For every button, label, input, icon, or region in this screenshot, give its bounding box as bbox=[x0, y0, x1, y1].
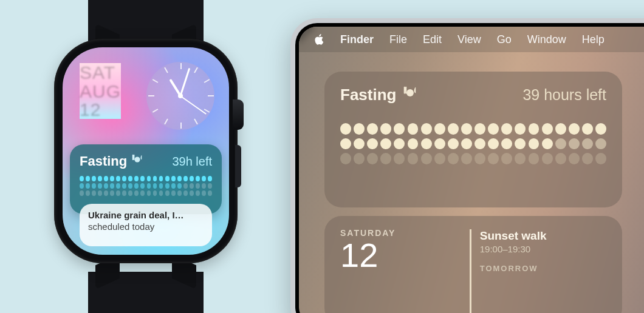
fasting-title-ipad: Fasting bbox=[340, 86, 396, 104]
watch-date: SAT AUG 12 bbox=[80, 63, 121, 119]
watch-month: AUG bbox=[80, 82, 121, 101]
tomorrow-label: TOMORROW bbox=[480, 264, 606, 273]
apple-watch: SAT AUG 12 Fasting bbox=[47, 0, 245, 313]
news-headline: Ukraine grain deal, I… bbox=[88, 210, 204, 221]
event-time: 19:00–19:30 bbox=[480, 244, 606, 254]
menu-help[interactable]: Help bbox=[582, 33, 605, 46]
ipad-screen[interactable]: Finder File Edit View Go Window Help Fas… bbox=[299, 27, 644, 313]
event-title: Sunset walk bbox=[480, 229, 606, 243]
svg-point-1 bbox=[406, 89, 414, 96]
fasting-title-watch: Fasting bbox=[80, 153, 127, 169]
watch-dow: SAT bbox=[80, 63, 121, 82]
menu-go[interactable]: Go bbox=[497, 33, 512, 46]
watch-case: SAT AUG 12 Fasting bbox=[54, 39, 238, 263]
menu-edit[interactable]: Edit bbox=[423, 33, 442, 46]
menu-view[interactable]: View bbox=[457, 33, 481, 46]
news-peek-card[interactable]: Ukraine grain deal, I… scheduled today bbox=[80, 204, 212, 246]
plate-utensils-icon bbox=[402, 85, 418, 105]
news-subline: scheduled today bbox=[88, 221, 204, 233]
fasting-progress-dots-ipad bbox=[340, 123, 606, 164]
ipad-device: Finder File Edit View Go Window Help Fas… bbox=[290, 18, 644, 313]
menu-file[interactable]: File bbox=[389, 33, 407, 46]
fasting-time-left-ipad: 39 hours left bbox=[522, 86, 606, 104]
calendar-day-number: 12 bbox=[340, 238, 457, 274]
fasting-progress-dots-watch bbox=[80, 176, 212, 196]
menu-app-name[interactable]: Finder bbox=[340, 33, 374, 46]
menu-bar: Finder File Edit View Go Window Help bbox=[299, 27, 644, 52]
digital-crown[interactable] bbox=[233, 99, 244, 130]
calendar-widget[interactable]: SATURDAY 12 Sunset walk 19:00–19:30 TOMO… bbox=[324, 216, 622, 313]
watch-day: 12 bbox=[80, 100, 121, 119]
apple-menu-icon[interactable] bbox=[313, 34, 324, 45]
menu-window[interactable]: Window bbox=[527, 33, 566, 46]
svg-point-0 bbox=[135, 156, 140, 162]
side-button[interactable] bbox=[235, 145, 241, 187]
fasting-time-left-watch: 39h left bbox=[172, 155, 212, 169]
plate-utensils-icon bbox=[131, 153, 144, 170]
watch-screen[interactable]: SAT AUG 12 Fasting bbox=[63, 47, 229, 255]
analog-clock bbox=[146, 62, 214, 130]
calendar-event: Sunset walk 19:00–19:30 TOMORROW bbox=[470, 229, 606, 313]
fasting-widget-ipad[interactable]: Fasting 39 hours left bbox=[324, 72, 622, 207]
